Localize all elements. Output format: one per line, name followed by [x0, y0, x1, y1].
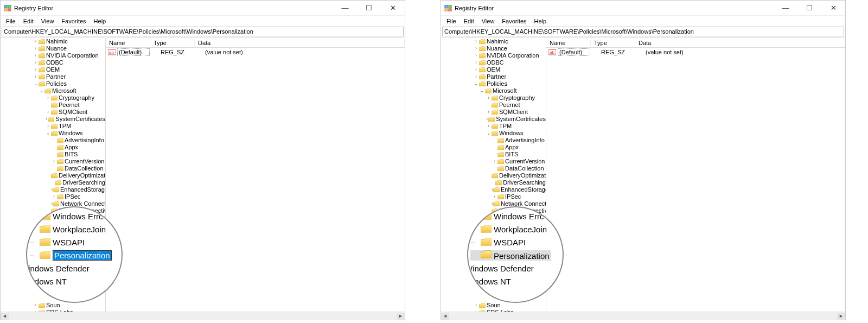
- tree-node[interactable]: ›Partner: [441, 73, 546, 80]
- maximize-button[interactable]: ☐: [357, 1, 381, 16]
- tree-toggle-icon[interactable]: ⌄: [45, 130, 51, 137]
- tree-toggle-icon[interactable]: ›: [492, 193, 497, 200]
- tree-node[interactable]: ›SRS Labs: [441, 309, 546, 312]
- tree-node[interactable]: ›Network Connection: [441, 200, 546, 207]
- tree-node[interactable]: ›CurrentVersion: [441, 158, 546, 165]
- menu-view[interactable]: View: [478, 17, 498, 25]
- tree-toggle-icon[interactable]: ›: [33, 52, 39, 59]
- minimize-button[interactable]: —: [333, 1, 357, 16]
- tree-toggle-icon[interactable]: ›: [33, 45, 39, 52]
- address-bar[interactable]: Computer\HKEY_LOCAL_MACHINE\SOFTWARE\Pol…: [2, 27, 404, 36]
- tree-node[interactable]: ⌄Microsoft: [441, 87, 546, 94]
- tree-node[interactable]: ›Nuance: [441, 45, 546, 52]
- menu-help[interactable]: Help: [531, 17, 550, 25]
- tree-node[interactable]: ›Cryptography: [1, 94, 105, 102]
- zoom-tree-node[interactable]: ⋯Personalization: [27, 249, 122, 262]
- tree-node[interactable]: DataCollection: [1, 165, 105, 172]
- tree-node[interactable]: ›TPM: [1, 123, 105, 130]
- menu-file[interactable]: File: [443, 17, 459, 25]
- scroll-right-icon[interactable]: ►: [837, 313, 845, 320]
- tree-node[interactable]: ›Cryptography: [441, 94, 546, 102]
- tree-toggle-icon[interactable]: ›: [473, 45, 479, 52]
- tree-toggle-icon[interactable]: ›: [486, 123, 492, 130]
- menu-favorites[interactable]: Favorites: [58, 17, 89, 25]
- tree-toggle-icon[interactable]: ⌄: [33, 80, 39, 87]
- tree-toggle-icon[interactable]: ›: [473, 52, 479, 59]
- zoom-tree-node[interactable]: Windows Defender: [467, 262, 563, 275]
- tree-toggle-icon[interactable]: ›: [473, 309, 479, 312]
- tree-toggle-icon[interactable]: ›: [45, 109, 51, 116]
- tree-node[interactable]: ›Nahimic: [1, 38, 105, 45]
- zoom-tree-node[interactable]: Windows NT: [26, 275, 122, 288]
- tree-toggle-icon[interactable]: ›: [33, 309, 39, 312]
- tree-node[interactable]: AdvertisingInfo: [441, 137, 546, 144]
- tree-node[interactable]: ›NVIDIA Corporation: [1, 52, 105, 59]
- zoom-tree-node[interactable]: ⋯Personalization: [468, 249, 563, 262]
- tree-node[interactable]: DeliveryOptimization: [1, 172, 105, 179]
- tree-toggle-icon[interactable]: ›: [33, 38, 39, 45]
- tree-toggle-icon[interactable]: ›: [51, 158, 57, 165]
- tree-node[interactable]: ›Nahimic: [441, 38, 546, 45]
- tree-node[interactable]: ›Partner: [1, 73, 105, 80]
- tree-toggle-icon[interactable]: ›: [45, 123, 51, 130]
- col-data[interactable]: Data: [195, 40, 405, 46]
- tree-toggle-icon[interactable]: ›: [473, 59, 479, 66]
- tree-toggle-icon[interactable]: ›: [33, 59, 39, 66]
- tree-node[interactable]: ›IPSec: [441, 193, 546, 200]
- tree-node[interactable]: ›TPM: [441, 123, 546, 130]
- col-data[interactable]: Data: [635, 40, 845, 46]
- tree-toggle-icon[interactable]: ›: [51, 193, 57, 200]
- zoom-tree-node[interactable]: ⋯WSDAPI: [27, 236, 122, 249]
- tree-node[interactable]: ›CurrentVersion: [1, 158, 105, 165]
- tree-node[interactable]: ›ODBC: [441, 59, 546, 66]
- maximize-button[interactable]: ☐: [797, 1, 821, 16]
- tree-node[interactable]: ⌄Policies: [441, 80, 546, 87]
- scroll-left-icon[interactable]: ◄: [1, 313, 9, 320]
- tree-toggle-icon[interactable]: ⌄: [39, 87, 44, 94]
- tree-node[interactable]: BITS: [1, 151, 105, 158]
- tree-node[interactable]: DataCollection: [441, 165, 546, 172]
- tree-node[interactable]: ›SystemCertificates: [1, 116, 105, 123]
- tree-toggle-icon[interactable]: ›: [473, 73, 479, 80]
- tree-toggle-icon[interactable]: ⌄: [486, 130, 492, 137]
- tree-node[interactable]: DriverSearching: [441, 179, 546, 186]
- tree-node[interactable]: ›ODBC: [1, 59, 105, 66]
- tree-node[interactable]: ›OEM: [1, 66, 105, 73]
- col-type[interactable]: Type: [591, 40, 635, 46]
- tree-node[interactable]: ›IPSec: [1, 193, 105, 200]
- tree-node[interactable]: ⌄Policies: [1, 80, 105, 87]
- horizontal-scrollbar[interactable]: ◄►: [441, 312, 845, 320]
- tree-toggle-icon[interactable]: ›: [486, 109, 492, 116]
- tree-toggle-icon[interactable]: ›: [473, 38, 479, 45]
- tree-node[interactable]: ›Network Connection: [1, 200, 105, 207]
- tree-node[interactable]: ⌄Microsoft: [1, 87, 105, 94]
- tree-node[interactable]: Peernet: [441, 102, 546, 109]
- tree-node[interactable]: ›Soun: [1, 302, 105, 309]
- close-button[interactable]: ✕: [381, 1, 405, 16]
- menu-file[interactable]: File: [3, 17, 19, 25]
- tree-node[interactable]: ›Nuance: [1, 45, 105, 52]
- tree-node[interactable]: BITS: [441, 151, 546, 158]
- scroll-right-icon[interactable]: ►: [397, 313, 405, 320]
- tree-node[interactable]: Peernet: [1, 102, 105, 109]
- tree-node[interactable]: ›SQMClient: [1, 109, 105, 116]
- tree-toggle-icon[interactable]: ›: [473, 302, 479, 309]
- menu-help[interactable]: Help: [91, 17, 110, 25]
- value-row[interactable]: (Default)REG_SZ(value not set): [106, 48, 405, 56]
- tree-node[interactable]: ⌄Windows: [1, 130, 105, 137]
- tree-toggle-icon[interactable]: ›: [492, 158, 497, 165]
- tree-node[interactable]: Appx: [1, 144, 105, 151]
- value-row[interactable]: (Default)REG_SZ(value not set): [546, 48, 845, 56]
- tree-node[interactable]: DeliveryOptimization: [441, 172, 546, 179]
- tree-toggle-icon[interactable]: ⌄: [473, 80, 479, 87]
- col-name[interactable]: Name: [106, 40, 150, 46]
- menu-edit[interactable]: Edit: [461, 17, 477, 25]
- menu-favorites[interactable]: Favorites: [499, 17, 529, 25]
- zoom-tree-node[interactable]: ⋯WSDAPI: [468, 236, 563, 249]
- col-type[interactable]: Type: [150, 40, 195, 46]
- tree-toggle-icon[interactable]: ›: [33, 66, 39, 73]
- zoom-tree-node[interactable]: ⋯WorkplaceJoin: [27, 223, 122, 236]
- tree-toggle-icon[interactable]: ›: [33, 302, 39, 309]
- tree-node[interactable]: ›OEM: [441, 66, 546, 73]
- tree-toggle-icon[interactable]: ›: [486, 94, 492, 102]
